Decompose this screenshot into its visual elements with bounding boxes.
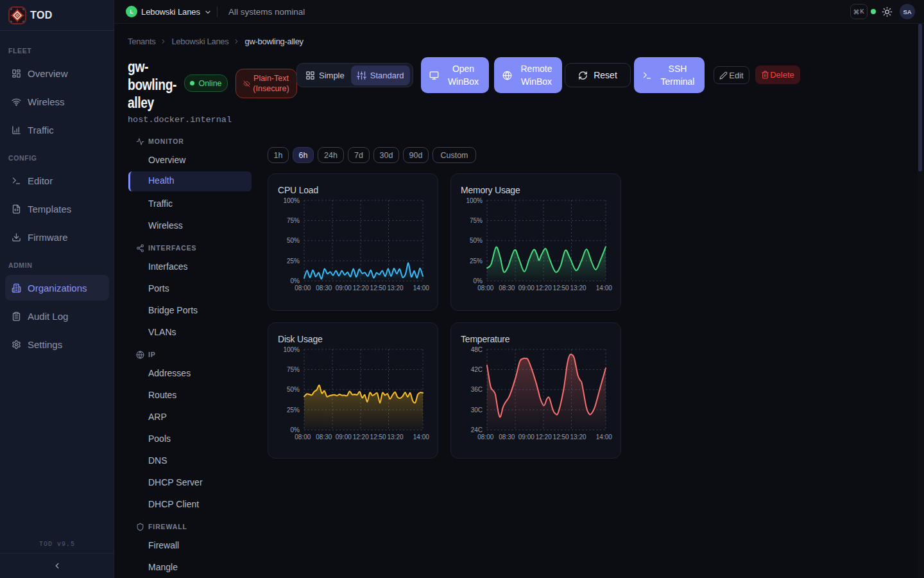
svg-text:14:00: 14:00: [413, 285, 429, 292]
svg-text:50%: 50%: [287, 237, 300, 244]
svg-text:08:00: 08:00: [295, 285, 311, 292]
svg-text:75%: 75%: [287, 217, 300, 224]
svg-text:50%: 50%: [470, 237, 483, 244]
svg-text:08:30: 08:30: [499, 285, 515, 292]
svg-text:30C: 30C: [471, 407, 483, 414]
svg-text:12:20: 12:20: [536, 285, 552, 292]
svg-text:12:20: 12:20: [353, 434, 369, 441]
svg-text:13:20: 13:20: [570, 285, 586, 292]
svg-text:08:30: 08:30: [316, 285, 332, 292]
svg-text:25%: 25%: [287, 407, 300, 414]
svg-text:09:00: 09:00: [518, 434, 535, 441]
svg-text:12:50: 12:50: [553, 434, 569, 441]
svg-text:12:50: 12:50: [553, 285, 569, 292]
svg-text:08:00: 08:00: [477, 285, 493, 292]
svg-text:09:00: 09:00: [336, 285, 352, 292]
svg-text:100%: 100%: [283, 346, 300, 353]
svg-text:36C: 36C: [471, 386, 483, 393]
svg-text:14:00: 14:00: [596, 434, 612, 441]
svg-text:08:00: 08:00: [477, 434, 493, 441]
svg-text:0%: 0%: [291, 426, 300, 434]
svg-text:12:20: 12:20: [353, 285, 369, 292]
svg-text:0%: 0%: [291, 277, 300, 285]
svg-text:08:30: 08:30: [499, 434, 515, 441]
svg-text:42C: 42C: [471, 366, 483, 373]
svg-text:0%: 0%: [474, 277, 483, 285]
svg-text:12:20: 12:20: [536, 434, 552, 441]
svg-text:13:20: 13:20: [387, 285, 403, 292]
svg-text:25%: 25%: [470, 258, 483, 265]
svg-text:75%: 75%: [287, 366, 300, 373]
svg-text:14:00: 14:00: [413, 434, 429, 441]
svg-text:13:20: 13:20: [387, 434, 403, 441]
svg-text:09:00: 09:00: [336, 434, 352, 441]
svg-text:12:50: 12:50: [370, 285, 386, 292]
svg-text:48C: 48C: [471, 346, 483, 353]
svg-text:13:20: 13:20: [570, 434, 586, 441]
svg-text:08:30: 08:30: [316, 434, 332, 441]
svg-text:25%: 25%: [287, 258, 300, 265]
svg-text:50%: 50%: [287, 386, 300, 393]
svg-text:14:00: 14:00: [596, 285, 612, 292]
svg-text:100%: 100%: [466, 197, 483, 204]
svg-text:08:00: 08:00: [295, 434, 311, 441]
svg-text:12:50: 12:50: [370, 434, 386, 441]
svg-text:24C: 24C: [471, 426, 483, 434]
svg-text:100%: 100%: [283, 197, 300, 204]
svg-text:09:00: 09:00: [518, 285, 535, 292]
svg-text:75%: 75%: [470, 217, 483, 224]
